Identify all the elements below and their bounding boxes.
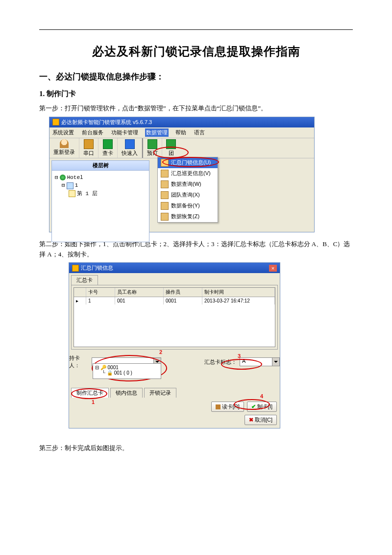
query-icon — [161, 180, 169, 188]
app-icon — [52, 119, 59, 126]
annotation-circle-menu — [153, 147, 189, 158]
summary-dialog: 汇总门锁信息 × 汇总卡 卡号 员工名称 操作员 制卡时间 ▸ — [69, 262, 280, 429]
dialog-title: 汇总门锁信息 — [81, 264, 113, 272]
restore-icon — [161, 213, 169, 221]
mi-summary-patrol[interactable]: 汇总巡更信息(V) — [158, 168, 218, 179]
floor-icon — [69, 190, 75, 197]
tab-unlock-log[interactable]: 开锁记录 — [144, 388, 176, 398]
holder-tree-popup[interactable]: ⊟ 🔑 0001 └ 🔒 001 ( 0 ) — [93, 363, 161, 379]
dialog-titlebar: 汇总门锁信息 × — [69, 263, 280, 273]
section-1-heading: 一、必达门锁提取信息操作步骤： — [39, 71, 353, 82]
chevron-down-icon[interactable] — [272, 358, 279, 366]
titlebar: 必达射频卡智能门锁管理系统 v5.6.7.3 — [49, 117, 314, 127]
port-icon — [84, 139, 94, 149]
tabstrip-top: 汇总卡 — [69, 273, 280, 285]
floor-tree[interactable]: ⊟Hotel ⊟1 第 1 层 — [51, 171, 149, 243]
building-icon — [67, 182, 74, 189]
tb-port[interactable]: 串口 — [79, 138, 98, 158]
grid-panel: 卡号 员工名称 操作员 制卡时间 ▸ 1 001 0001 2013-03-27… — [71, 285, 278, 350]
card-grid[interactable]: 卡号 员工名称 操作员 制卡时间 ▸ 1 001 0001 2013-03-27… — [74, 287, 275, 347]
menu-lang[interactable]: 语言 — [193, 128, 206, 137]
globe-icon — [60, 175, 66, 180]
tab-summary-card[interactable]: 汇总卡 — [71, 275, 98, 285]
side-panel: 楼层树 ⊟Hotel ⊟1 第 1 层 — [51, 160, 149, 243]
cancel-button[interactable]: ✖取消[C] — [245, 415, 277, 425]
side-header: 楼层树 — [51, 160, 149, 171]
header-rule — [39, 29, 353, 30]
menu-data[interactable]: 数据管理 — [145, 128, 169, 137]
figure-1: 必达射频卡智能门锁管理系统 v5.6.7.3 系统设置 前台服务 功能卡管理 数… — [39, 117, 353, 232]
backup-icon — [161, 202, 169, 210]
tb-quickin[interactable]: 快速入 — [118, 138, 142, 158]
callout-1: 1 — [92, 399, 95, 405]
patrol-icon — [161, 170, 169, 177]
step-1-text: 第一步：打开门锁管理软件，点击“数据管理”，在下拉菜单点击“汇总门锁信息”。 — [39, 103, 353, 114]
booking-icon — [147, 139, 157, 149]
menu-front[interactable]: 前台服务 — [81, 128, 104, 137]
app-window-1: 必达射频卡智能门锁管理系统 v5.6.7.3 系统设置 前台服务 功能卡管理 数… — [49, 117, 315, 232]
cancel-icon: ✖ — [249, 417, 253, 423]
menu-bar: 系统设置 前台服务 功能卡管理 数据管理 帮助 语言 — [49, 127, 314, 138]
callout-2: 2 — [159, 349, 162, 355]
window-title: 必达射频卡智能门锁管理系统 v5.6.7.3 — [61, 119, 152, 126]
grid-header: 卡号 员工名称 操作员 制卡时间 — [74, 288, 275, 297]
tb-checkcard[interactable]: 查卡 — [98, 138, 118, 158]
tab-lock-info[interactable]: 锁内信息 — [110, 388, 143, 398]
search-icon — [125, 139, 135, 149]
read-icon — [216, 404, 220, 409]
card-icon — [103, 139, 113, 149]
mi-backup[interactable]: 数据备份(Y) — [158, 201, 218, 211]
mi-team-query[interactable]: 团队查询(X) — [158, 190, 218, 201]
annotation-circle-item — [162, 157, 219, 167]
step-3-text: 第三步：制卡完成后如图提示。 — [39, 443, 353, 454]
figure-2: www.weizhuannet.com 汇总门锁信息 × 汇总卡 卡号 员工名称… — [39, 262, 353, 429]
close-icon[interactable]: × — [269, 265, 277, 272]
team-icon — [161, 191, 169, 199]
mi-data-query[interactable]: 数据查询(W) — [158, 179, 218, 190]
menu-help[interactable]: 帮助 — [174, 128, 187, 137]
user-icon — [60, 139, 69, 148]
tb-relogin[interactable]: 重新登录 — [49, 138, 79, 158]
holder-label: 持卡人： — [69, 354, 89, 369]
doc-title: 必达及科新门锁记录信息提取操作指南 — [39, 44, 353, 59]
menu-system[interactable]: 系统设置 — [51, 128, 75, 137]
subsection-1-heading: 1. 制作门卡 — [39, 89, 353, 99]
menu-card[interactable]: 功能卡管理 — [110, 128, 139, 137]
mi-restore[interactable]: 数据恢复(Z) — [158, 211, 218, 222]
callout-4: 4 — [260, 393, 263, 399]
callout-3: 3 — [238, 353, 241, 359]
dialog-icon — [72, 265, 79, 272]
grid-row[interactable]: ▸ 1 001 0001 2013-03-27 16:47:12 — [74, 297, 275, 304]
